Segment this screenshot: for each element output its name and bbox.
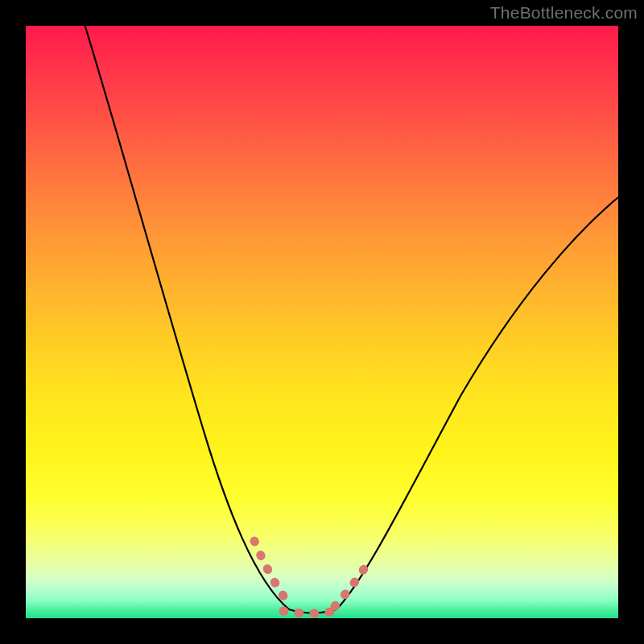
curve-left-descent bbox=[85, 26, 289, 609]
highlight-right-ascent bbox=[335, 569, 364, 606]
curve-layer bbox=[26, 26, 618, 618]
watermark-text: TheBottleneck.com bbox=[490, 3, 638, 23]
plot-area bbox=[26, 26, 618, 618]
curve-right-ascent bbox=[336, 197, 618, 609]
chart-frame: TheBottleneck.com bbox=[0, 0, 644, 644]
